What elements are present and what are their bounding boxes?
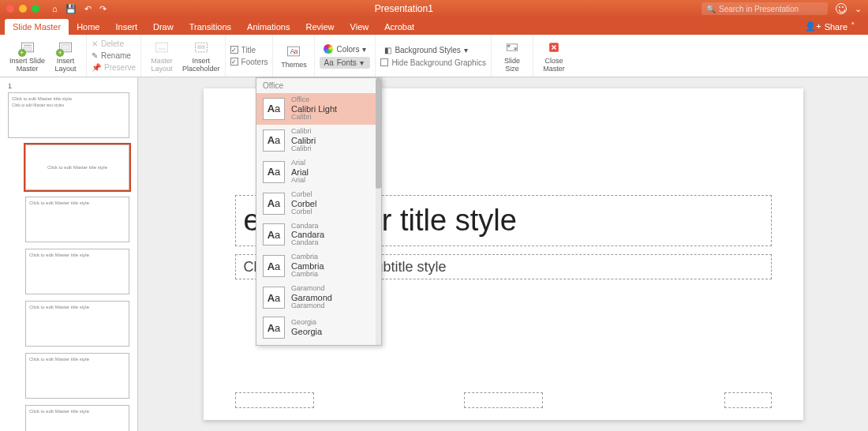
hide-bg-checkbox[interactable]: Hide Background Graphics: [380, 58, 486, 68]
background-styles-button[interactable]: ◧Background Styles▾: [380, 44, 486, 56]
font-option-office[interactable]: AaOfficeCalibri LightCalibri: [256, 93, 381, 125]
svg-rect-4: [62, 44, 69, 50]
thumb-text: Click to edit Master text styles: [12, 103, 125, 107]
delete-label: Delete: [101, 39, 124, 48]
tab-acrobat[interactable]: Acrobat: [376, 19, 422, 35]
font-option-calibri[interactable]: AaCalibriCalibriCalibri: [256, 125, 381, 156]
minimize-window-dot[interactable]: [19, 5, 27, 13]
title-label: Title: [241, 46, 256, 54]
font-group: Corbel: [291, 191, 316, 199]
feedback-icon[interactable]: [836, 3, 847, 14]
font-preview-icon: Aa: [263, 161, 285, 183]
font-group: Georgia: [291, 319, 322, 327]
rename-icon: ✎: [92, 51, 98, 60]
font-preview-icon: Aa: [263, 255, 285, 277]
search-icon: 🔍: [706, 5, 716, 13]
layout-thumbnail-3[interactable]: Click to edit Master title style: [25, 249, 129, 294]
font-preview-icon: Aa: [263, 98, 285, 120]
font-body: Garamond: [291, 302, 332, 310]
slide-size-button[interactable]: Slide Size: [496, 39, 528, 73]
font-body: Corbel: [291, 208, 316, 216]
tab-insert[interactable]: Insert: [107, 19, 145, 35]
insert-placeholder-label: Insert Placeholder: [182, 57, 220, 73]
scrollbar-track[interactable]: [376, 78, 381, 345]
tab-slide-master[interactable]: Slide Master: [5, 19, 69, 35]
close-master-label: Close Master: [543, 57, 565, 73]
close-master-button[interactable]: Close Master: [538, 39, 570, 73]
redo-icon[interactable]: ↷: [99, 4, 107, 14]
footers-checkbox[interactable]: ✓Footers: [230, 57, 268, 67]
slide-number: 1: [8, 82, 129, 90]
check-icon: ✓: [230, 46, 238, 54]
font-group: Office: [291, 96, 337, 104]
insert-slide-master-button[interactable]: + Insert Slide Master: [9, 39, 45, 73]
thumbnail-panel[interactable]: 1 Click to edit Master title style Click…: [0, 77, 138, 431]
thumb-title: Click to edit Master title style: [12, 96, 125, 101]
font-heading: Corbel: [291, 199, 316, 208]
home-icon[interactable]: ⌂: [52, 4, 58, 14]
rename-button[interactable]: ✎Rename: [92, 51, 136, 61]
font-group: Candara: [291, 223, 324, 230]
scrollbar-thumb[interactable]: [376, 78, 381, 189]
chevron-down-icon[interactable]: ⌄: [855, 4, 862, 14]
check-icon: ✓: [230, 58, 238, 66]
title-checkbox[interactable]: ✓Title: [230, 45, 268, 55]
delete-button: ✕Delete: [92, 39, 136, 49]
master-layout-button[interactable]: Master Layout: [146, 39, 178, 73]
tab-home[interactable]: Home: [69, 19, 107, 35]
number-placeholder[interactable]: [724, 392, 772, 408]
master-thumbnail[interactable]: Click to edit Master title style Click t…: [8, 92, 129, 138]
font-group: Garamond: [291, 285, 332, 293]
search-input[interactable]: 🔍 Search in Presentation: [702, 2, 828, 15]
preserve-icon: 📌: [92, 63, 101, 72]
zoom-window-dot[interactable]: [32, 5, 39, 13]
font-option-arial[interactable]: AaArialArialArial: [256, 156, 381, 188]
layout-thumbnail-1[interactable]: Click to edit Master title style: [25, 144, 129, 190]
colors-icon: [324, 44, 333, 54]
share-button[interactable]: 👤+Share˄: [797, 18, 863, 35]
font-option-corbel[interactable]: AaCorbelCorbelCorbel: [256, 188, 381, 219]
rename-label: Rename: [101, 51, 131, 60]
search-placeholder: Search in Presentation: [719, 5, 799, 13]
undo-icon[interactable]: ↶: [84, 4, 92, 14]
slide-canvas[interactable]: edit Master title style Click to edit Ma…: [138, 77, 868, 431]
delete-icon: ✕: [92, 39, 98, 48]
share-icon: 👤+: [805, 21, 821, 32]
themes-button[interactable]: Aa Themes: [278, 43, 309, 69]
themes-label: Themes: [281, 61, 307, 69]
layout-thumbnail-5[interactable]: Click to edit Master title style: [25, 353, 129, 399]
tab-view[interactable]: View: [342, 19, 377, 35]
layout-thumbnail-2[interactable]: Click to edit Master title style: [25, 197, 129, 242]
chevron-down-icon: ▾: [362, 45, 366, 54]
date-placeholder[interactable]: [235, 392, 314, 408]
font-group: Cambria: [291, 253, 324, 261]
font-option-cambria[interactable]: AaCambriaCambriaCambria: [256, 250, 381, 282]
insert-slide-master-label: Insert Slide Master: [9, 57, 45, 73]
fonts-dropdown[interactable]: Office AaOfficeCalibri LightCalibriAaCal…: [256, 77, 382, 346]
hide-bg-label: Hide Background Graphics: [391, 58, 486, 67]
font-preview-icon: Aa: [263, 223, 285, 245]
tab-transitions[interactable]: Transitions: [181, 19, 239, 35]
save-icon[interactable]: 💾: [65, 4, 77, 14]
font-option-georgia[interactable]: AaGeorgiaGeorgia: [256, 313, 381, 342]
insert-placeholder-button[interactable]: Insert Placeholder: [182, 39, 220, 73]
thumb-title: Click to edit Master title style: [29, 305, 125, 309]
font-option-candara[interactable]: AaCandaraCandaraCandara: [256, 219, 381, 251]
chevron-down-icon: ▾: [360, 58, 364, 67]
tab-draw[interactable]: Draw: [145, 19, 181, 35]
layout-thumbnail-4[interactable]: Click to edit Master title style: [25, 301, 129, 347]
layout-thumbnail-6[interactable]: Click to edit Master title style: [25, 405, 129, 431]
font-option-garamond[interactable]: AaGaramondGaramondGaramond: [256, 282, 381, 313]
slide-size-label: Slide Size: [504, 57, 520, 73]
fonts-button[interactable]: AaFonts▾: [320, 57, 370, 69]
preserve-label: Preserve: [104, 63, 136, 72]
font-preview-icon: Aa: [263, 287, 285, 309]
tab-review[interactable]: Review: [297, 19, 342, 35]
colors-button[interactable]: Colors▾: [320, 43, 370, 55]
tab-animations[interactable]: Animations: [239, 19, 297, 35]
document-title: Presentation1: [111, 3, 697, 14]
thumb-title: Click to edit Master title style: [29, 253, 125, 257]
insert-layout-button[interactable]: + Insert Layout: [50, 39, 81, 73]
close-window-dot[interactable]: [6, 5, 14, 13]
footer-placeholder[interactable]: [464, 392, 543, 408]
